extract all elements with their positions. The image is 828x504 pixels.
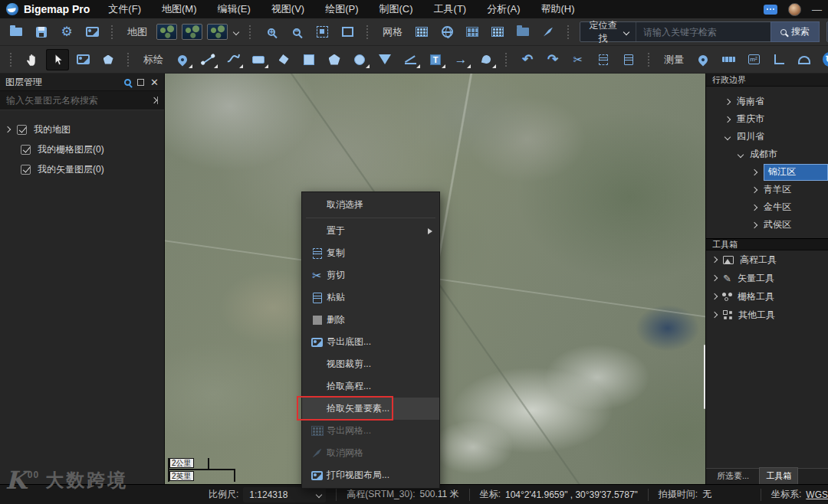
context-menu-item-paste[interactable]: 粘贴 <box>302 286 439 309</box>
context-menu-item-copy[interactable]: 复制 <box>302 242 439 264</box>
tab-selected-features[interactable]: 所选要... <box>711 468 755 484</box>
tree-node-chongqing[interactable]: 重庆市 <box>706 110 828 128</box>
layer-checkbox[interactable] <box>21 165 31 175</box>
collapse-search-icon[interactable] <box>152 97 159 104</box>
draw-circle-button[interactable] <box>348 49 371 70</box>
menu-cartography[interactable]: 制图(C) <box>380 2 413 16</box>
chevron-right-icon[interactable] <box>751 221 757 227</box>
draw-rectangle-button[interactable] <box>247 49 270 70</box>
tab-toolbox[interactable]: 工具箱 <box>759 467 798 484</box>
tree-node-wuhou[interactable]: 武侯区 <box>706 216 828 234</box>
refresh-button[interactable] <box>818 49 828 70</box>
chevron-right-icon[interactable] <box>711 312 718 318</box>
layer-checkbox[interactable] <box>17 125 27 135</box>
context-menu-item-export-grid[interactable]: 导出网格... <box>302 420 439 442</box>
keyword-search-input[interactable] <box>636 27 770 38</box>
messages-icon[interactable] <box>764 5 777 15</box>
layer-item-raster-layers[interactable]: 我的栅格图层(0) <box>0 139 164 159</box>
menu-edit[interactable]: 编辑(E) <box>217 2 250 16</box>
locate-mode-dropdown[interactable]: 定位查找 <box>580 22 636 41</box>
settings-button[interactable] <box>55 21 78 43</box>
select-tool-button[interactable] <box>46 49 69 70</box>
label-grid-button[interactable] <box>486 21 509 43</box>
layer-item-vector-layers[interactable]: 我的矢量图层(0) <box>0 159 164 179</box>
context-menu-item-cut[interactable]: 剪切 <box>302 264 439 286</box>
context-menu-item-cancel-grid[interactable]: 取消网格 <box>302 442 439 464</box>
lng-grid-button[interactable] <box>435 21 458 43</box>
save-button[interactable] <box>30 21 53 43</box>
minimize-button[interactable]: — <box>812 4 822 15</box>
draw-curved-arrow-button[interactable] <box>475 49 498 70</box>
chevron-right-icon[interactable] <box>724 116 731 122</box>
scale-combo[interactable]: 1:124318 <box>243 487 326 502</box>
measure-area-button[interactable] <box>742 49 765 70</box>
redo-button[interactable] <box>541 49 564 70</box>
draw-arrow-button[interactable] <box>449 49 472 70</box>
context-menu-item-pick-vector-features[interactable]: 拾取矢量要素... <box>302 398 439 420</box>
layer-search-icon[interactable] <box>124 79 131 86</box>
basemap-thumbnail-3[interactable] <box>205 21 228 43</box>
context-menu-item-print-view-layout[interactable]: 打印视图布局... <box>302 464 439 486</box>
menu-view[interactable]: 视图(V) <box>271 2 304 16</box>
menu-draw[interactable]: 绘图(P) <box>325 2 358 16</box>
chevron-right-icon[interactable] <box>751 169 757 175</box>
toolbox-item-raster[interactable]: 栅格工具 <box>706 287 828 306</box>
chevron-right-icon[interactable] <box>711 257 718 263</box>
undo-button[interactable] <box>516 49 539 70</box>
toolbox-item-elevation[interactable]: 高程工具 <box>706 250 828 269</box>
chevron-right-icon[interactable] <box>5 126 11 133</box>
chevron-right-icon[interactable] <box>724 98 731 104</box>
search-button[interactable]: 搜索 <box>770 21 820 42</box>
basemap-thumbnail-2[interactable] <box>180 21 203 43</box>
basemap-dropdown-button[interactable] <box>231 21 242 43</box>
basemap-thumbnail-1[interactable] <box>155 21 178 43</box>
draw-curve-button[interactable] <box>222 49 245 70</box>
toolbox-item-other[interactable]: 其他工具 <box>706 306 828 324</box>
measure-point-button[interactable] <box>692 49 715 70</box>
measure-angle-button[interactable] <box>767 49 790 70</box>
context-menu-item-cancel-selection[interactable]: 取消选择 <box>302 194 439 216</box>
tree-node-jinjiang-selected[interactable]: 锦江区 <box>706 163 828 181</box>
open-project-button[interactable] <box>5 21 28 43</box>
menu-analysis[interactable]: 分析(A) <box>487 2 520 16</box>
measure-distance-button[interactable] <box>717 49 740 70</box>
draw-slope-button[interactable] <box>399 49 422 70</box>
select-by-view-button[interactable] <box>71 49 94 70</box>
user-avatar[interactable] <box>788 3 801 16</box>
draw-point-button[interactable] <box>171 49 194 70</box>
menu-tools[interactable]: 工具(T) <box>434 2 467 16</box>
tree-node-hainan[interactable]: 海南省 <box>706 93 828 110</box>
grid-folder-button[interactable] <box>511 21 534 43</box>
toolbox-item-vector[interactable]: 矢量工具 <box>706 269 828 287</box>
select-by-polygon-button[interactable] <box>97 49 120 70</box>
draw-polyline-button[interactable] <box>196 49 219 70</box>
close-panel-icon[interactable]: ✕ <box>150 77 159 87</box>
chevron-right-icon[interactable] <box>711 275 718 281</box>
chevron-right-icon[interactable] <box>711 293 718 299</box>
crs-value-link[interactable]: WGS <box>806 489 828 500</box>
cut-button[interactable] <box>567 49 590 70</box>
chevron-right-icon[interactable] <box>751 186 757 192</box>
km-grid-button[interactable] <box>461 21 484 43</box>
menu-help[interactable]: 帮助(H) <box>541 2 575 16</box>
context-menu-item-export-basemap[interactable]: 导出底图... <box>302 331 439 353</box>
full-extent-button[interactable] <box>310 21 334 43</box>
zoom-out-button[interactable] <box>285 21 308 43</box>
clear-grid-button[interactable] <box>537 21 560 43</box>
menu-file[interactable]: 文件(F) <box>108 2 141 16</box>
context-menu-item-arrange[interactable]: 置于 <box>302 220 439 242</box>
draw-square-button[interactable] <box>297 49 320 70</box>
tree-node-jinniu[interactable]: 金牛区 <box>706 198 828 216</box>
draw-kite-button[interactable] <box>272 49 295 70</box>
copy-button[interactable] <box>592 49 615 70</box>
layer-search-input[interactable] <box>6 95 152 106</box>
layer-item-my-map[interactable]: 我的地图 <box>0 119 164 139</box>
grid-display-button[interactable] <box>410 21 433 43</box>
chevron-down-icon[interactable] <box>724 133 731 139</box>
tree-node-chengdu[interactable]: 成都市 <box>706 146 828 163</box>
measure-azimuth-button[interactable] <box>793 49 816 70</box>
paste-button[interactable] <box>617 49 640 70</box>
float-panel-icon[interactable] <box>137 79 144 86</box>
rectangle-zoom-button[interactable] <box>336 21 359 43</box>
export-image-button[interactable] <box>80 21 104 43</box>
